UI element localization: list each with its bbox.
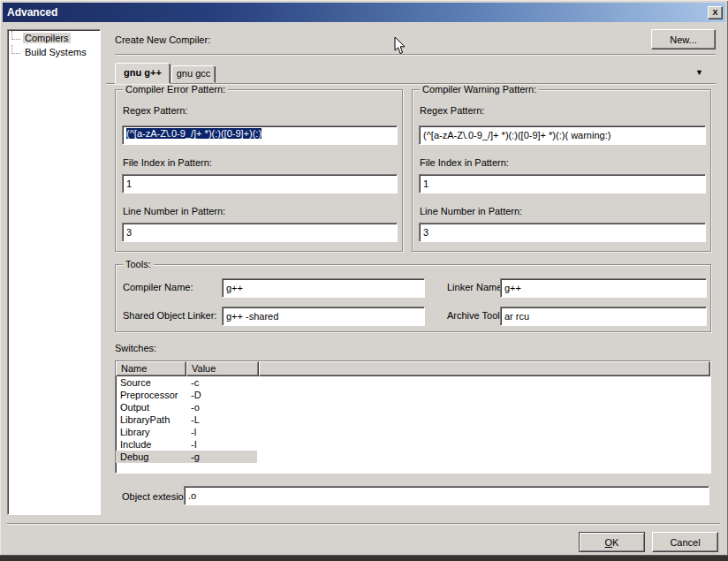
switch-name: LibraryPath	[116, 413, 186, 426]
cancel-button[interactable]: Cancel	[652, 532, 718, 552]
switch-name: Source	[116, 376, 186, 389]
column-header-value[interactable]: Value	[186, 361, 259, 376]
header-separator	[115, 54, 716, 56]
tab-label: gnu g++	[124, 67, 162, 78]
table-row[interactable]: Output-o	[116, 401, 710, 413]
group-title: Compiler Error Pattern:	[123, 84, 228, 95]
titlebar[interactable]: Advanced X	[3, 3, 725, 22]
compiler-warning-pattern-group: Compiler Warning Pattern: Regex Pattern:…	[412, 89, 711, 252]
compiler-name-input[interactable]	[222, 278, 425, 298]
switch-value: -c	[186, 376, 199, 389]
table-row[interactable]: Include-I	[116, 438, 710, 451]
regex-pattern-label: Regex Pattern:	[123, 105, 187, 116]
footer-separator	[7, 523, 720, 525]
table-row[interactable]: LibraryPath-L	[116, 413, 710, 426]
sidebar-item-compilers[interactable]: Compilers	[11, 31, 100, 44]
error-file-index-input[interactable]	[122, 174, 398, 193]
switch-value: -g	[186, 451, 200, 463]
new-button[interactable]: New...	[651, 29, 716, 49]
tab-gnu-gcc[interactable]: gnu gcc	[171, 65, 216, 83]
switch-name: Output	[116, 401, 186, 413]
line-number-label: Line Number in Pattern:	[123, 206, 225, 216]
compiler-error-pattern-group: Compiler Error Pattern: Regex Pattern: (…	[115, 89, 403, 252]
switch-name: Preprocessor	[116, 389, 186, 401]
switches-label: Switches:	[115, 343, 156, 353]
switch-name: Library	[116, 426, 186, 438]
tabstrip-baseline	[106, 83, 716, 85]
table-row[interactable]: Debug-g	[116, 451, 710, 463]
close-icon: X	[712, 8, 717, 17]
warning-line-number-input[interactable]	[419, 223, 706, 242]
sidebar-item-build-systems[interactable]: Build Systems	[11, 45, 100, 58]
linker-name-label: Linker Name:	[447, 282, 504, 292]
window-title: Advanced	[7, 6, 708, 19]
bottom-window-edge	[0, 555, 728, 561]
switches-table: Name Value Source-cPreprocessor-DOutput-…	[115, 360, 711, 474]
switch-name: Debug	[116, 451, 186, 463]
archive-tool-label: Archive Tool:	[447, 310, 503, 321]
close-button[interactable]: X	[708, 6, 723, 19]
mouse-cursor-icon	[394, 36, 406, 55]
tree-branch-icon	[11, 45, 20, 54]
error-regex-input[interactable]: (^[a-zA-Z\.0-9_/]+ *)(:)([0-9]+)(:)	[122, 125, 398, 145]
selected-text: (^[a-zA-Z\.0-9_/]+ *)(:)([0-9]+)(:)	[126, 128, 262, 139]
shared-object-linker-label: Shared Object Linker:	[123, 310, 216, 321]
advanced-dialog: Advanced X Compilers Build Systems Creat…	[0, 0, 728, 561]
compiler-name-label: Compiler Name:	[123, 282, 193, 292]
table-row[interactable]: Source-c	[116, 376, 710, 389]
switches-table-body: Source-cPreprocessor-DOutput-oLibraryPat…	[116, 376, 710, 463]
ok-button[interactable]: OK	[579, 532, 645, 552]
error-line-number-input[interactable]	[122, 223, 398, 242]
tree-branch-icon	[11, 31, 20, 40]
warning-file-index-input[interactable]	[419, 174, 706, 193]
sidebar-tree: Compilers Build Systems	[7, 29, 101, 515]
regex-pattern-label: Regex Pattern:	[420, 105, 484, 116]
group-title: Tools:	[123, 259, 154, 269]
shared-object-linker-input[interactable]	[222, 307, 425, 326]
switch-name: Include	[116, 438, 186, 451]
archive-tool-input[interactable]	[500, 307, 707, 326]
table-row[interactable]: Library-l	[116, 426, 710, 438]
switch-value: -I	[186, 438, 197, 451]
column-header-filler	[259, 361, 710, 376]
line-number-label: Line Number in Pattern:	[420, 206, 522, 216]
create-new-compiler-label: Create New Compiler:	[115, 34, 210, 45]
switch-value: -D	[186, 389, 201, 401]
file-index-label: File Index in Pattern:	[123, 157, 212, 168]
group-title: Compiler Warning Pattern:	[420, 84, 539, 95]
object-extension-input[interactable]	[184, 486, 709, 505]
sidebar-item-label: Build Systems	[23, 47, 88, 57]
file-index-label: File Index in Pattern:	[420, 157, 509, 168]
linker-name-input[interactable]	[500, 278, 707, 298]
tab-gnu-gpp[interactable]: gnu g++	[115, 63, 171, 84]
object-extension-label: Object extesion:	[122, 491, 192, 502]
table-row[interactable]: Preprocessor-D	[116, 389, 710, 401]
switch-value: -l	[186, 426, 196, 438]
switches-table-header: Name Value	[116, 361, 710, 376]
switch-value: -o	[186, 401, 200, 413]
tab-label: gnu gcc	[177, 68, 211, 79]
tools-group: Tools: Compiler Name: Linker Name: Share…	[115, 264, 711, 332]
sidebar-item-label: Compilers	[23, 33, 71, 43]
column-header-name[interactable]: Name	[116, 361, 186, 376]
warning-regex-input[interactable]	[419, 125, 706, 145]
tab-overflow-dropdown-icon[interactable]: ▼	[695, 68, 703, 77]
switch-value: -L	[186, 413, 200, 426]
